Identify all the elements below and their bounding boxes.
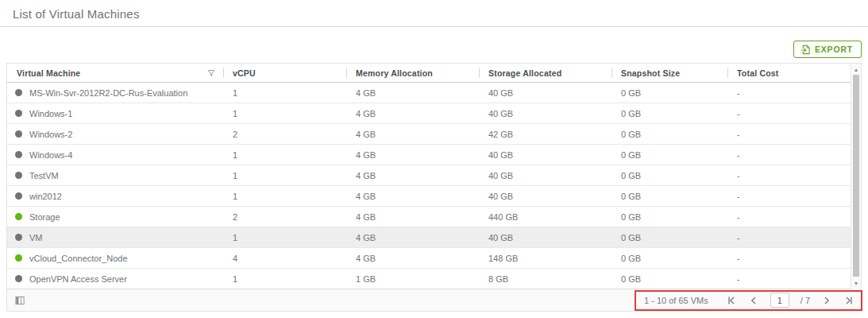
vm-vcpu: 1 xyxy=(223,150,346,160)
vm-name: Windows-1 xyxy=(29,109,72,118)
vm-vcpu: 1 xyxy=(223,171,346,180)
column-header-label: Memory Allocation xyxy=(356,68,433,78)
first-page-button[interactable] xyxy=(726,294,737,307)
vm-storage: 148 GB xyxy=(479,254,611,263)
vm-status-icon xyxy=(15,254,22,262)
table-footer: 1 - 10 of 65 VMs / 7 xyxy=(7,289,861,312)
vm-status-icon xyxy=(15,172,22,179)
vm-status-icon xyxy=(15,89,22,96)
vm-vcpu: 4 xyxy=(223,254,346,263)
vm-vcpu: 1 xyxy=(223,109,346,118)
page-title: List of Virtual Machines xyxy=(0,0,868,21)
vm-memory: 4 GB xyxy=(346,130,479,139)
vm-storage: 40 GB xyxy=(479,171,611,180)
table-row[interactable]: VM 1 4 GB 40 GB 0 GB - xyxy=(7,227,861,248)
column-toggle-icon[interactable] xyxy=(15,296,25,305)
vm-memory: 4 GB xyxy=(346,192,479,201)
vm-status-icon xyxy=(15,130,22,138)
scroll-up-icon[interactable]: ▲ xyxy=(851,64,861,74)
previous-page-button[interactable] xyxy=(748,294,759,307)
vm-vcpu: 2 xyxy=(223,130,346,139)
column-header-label: Snapshot Size xyxy=(621,68,680,78)
table-row[interactable]: Windows-1 1 4 GB 40 GB 0 GB - xyxy=(7,103,861,124)
next-page-button[interactable] xyxy=(821,294,832,307)
table-row[interactable]: Windows-4 1 4 GB 40 GB 0 GB - xyxy=(7,145,861,165)
vm-storage: 42 GB xyxy=(479,130,611,139)
vm-total-cost: - xyxy=(727,171,851,180)
vm-name: win2012 xyxy=(29,192,62,201)
vm-total-cost: - xyxy=(727,109,851,118)
vm-vcpu: 1 xyxy=(223,233,346,242)
vm-snapshot: 0 GB xyxy=(611,212,727,222)
vm-snapshot: 0 GB xyxy=(611,130,727,139)
vm-memory: 4 GB xyxy=(346,171,479,180)
table-row[interactable]: Windows-2 2 4 GB 42 GB 0 GB - xyxy=(7,124,861,145)
vm-memory: 4 GB xyxy=(346,212,479,222)
vm-total-cost: - xyxy=(727,212,851,222)
vm-snapshot: 0 GB xyxy=(611,254,727,263)
vm-name: Windows-2 xyxy=(29,130,72,139)
vm-status-icon xyxy=(15,110,22,117)
export-icon xyxy=(800,45,811,55)
vm-memory: 4 GB xyxy=(346,88,479,98)
vm-vcpu: 1 xyxy=(223,274,346,284)
vertical-scrollbar[interactable]: ▲ ▼ xyxy=(851,64,861,289)
column-header-virtual-machine[interactable]: Virtual Machine xyxy=(7,64,223,82)
toolbar: EXPORT xyxy=(0,27,868,63)
scrollbar-thumb[interactable] xyxy=(853,75,859,277)
vm-name: OpenVPN Access Server xyxy=(29,274,127,284)
vm-total-cost: - xyxy=(727,130,851,139)
vm-memory: 1 GB xyxy=(346,274,479,284)
filter-icon[interactable] xyxy=(207,69,215,77)
vm-status-icon xyxy=(15,192,22,200)
export-button[interactable]: EXPORT xyxy=(793,41,862,58)
vm-total-cost: - xyxy=(727,150,851,160)
vm-storage: 440 GB xyxy=(479,212,611,222)
vm-table: Virtual Machine vCPU Memory Allocation S… xyxy=(6,63,862,312)
column-header-label: Virtual Machine xyxy=(17,68,80,78)
last-page-button[interactable] xyxy=(843,294,854,307)
table-row[interactable]: win2012 1 4 GB 40 GB 0 GB - xyxy=(7,186,861,207)
vm-list-page: List of Virtual Machines EXPORT Virtual … xyxy=(0,0,868,318)
vm-storage: 40 GB xyxy=(479,233,611,242)
page-number-input[interactable] xyxy=(770,293,789,308)
vm-snapshot: 0 GB xyxy=(611,150,727,160)
column-header-memory[interactable]: Memory Allocation xyxy=(346,64,479,82)
column-header-label: Total Cost xyxy=(737,68,779,78)
vm-total-cost: - xyxy=(727,254,851,263)
vm-storage: 40 GB xyxy=(479,150,611,160)
vm-name: VM xyxy=(29,233,43,242)
table-row[interactable]: Storage 2 4 GB 440 GB 0 GB - xyxy=(7,207,861,227)
vm-name: Windows-4 xyxy=(29,150,72,160)
scroll-down-icon[interactable]: ▼ xyxy=(851,278,861,288)
vm-name: Storage xyxy=(29,212,60,222)
vm-snapshot: 0 GB xyxy=(611,233,727,242)
table-row[interactable]: vCloud_Connector_Node 4 4 GB 148 GB 0 GB… xyxy=(7,248,861,269)
table-row[interactable]: TestVM 1 4 GB 40 GB 0 GB - xyxy=(7,165,861,186)
vm-memory: 4 GB xyxy=(346,150,479,160)
vm-total-cost: - xyxy=(727,274,851,284)
column-header-snapshot[interactable]: Snapshot Size xyxy=(611,64,727,82)
column-header-total-cost[interactable]: Total Cost xyxy=(727,64,851,82)
table-body: MS-Win-Svr-2012R2-DC-Rus-Evaluation 1 4 … xyxy=(7,83,861,289)
export-button-label: EXPORT xyxy=(815,45,853,54)
vm-total-cost: - xyxy=(727,233,851,242)
vm-vcpu: 1 xyxy=(223,192,346,201)
vm-snapshot: 0 GB xyxy=(611,192,727,201)
vm-status-icon xyxy=(15,234,22,241)
vm-total-cost: - xyxy=(727,192,851,201)
vm-memory: 4 GB xyxy=(346,233,479,242)
table-row[interactable]: OpenVPN Access Server 1 1 GB 8 GB 0 GB - xyxy=(7,269,861,289)
table-row[interactable]: MS-Win-Svr-2012R2-DC-Rus-Evaluation 1 4 … xyxy=(7,83,861,103)
vm-snapshot: 0 GB xyxy=(611,88,727,98)
vm-status-icon xyxy=(15,213,22,220)
vm-vcpu: 1 xyxy=(223,88,346,98)
pagination-annotation-box: 1 - 10 of 65 VMs / 7 xyxy=(635,290,862,311)
table-header-row: Virtual Machine vCPU Memory Allocation S… xyxy=(7,64,861,83)
vm-storage: 40 GB xyxy=(479,192,611,201)
vm-snapshot: 0 GB xyxy=(611,171,727,180)
vm-vcpu: 2 xyxy=(223,212,346,222)
vm-memory: 4 GB xyxy=(346,109,479,118)
column-header-vcpu[interactable]: vCPU xyxy=(223,64,346,82)
column-header-storage[interactable]: Storage Allocated xyxy=(479,64,611,82)
